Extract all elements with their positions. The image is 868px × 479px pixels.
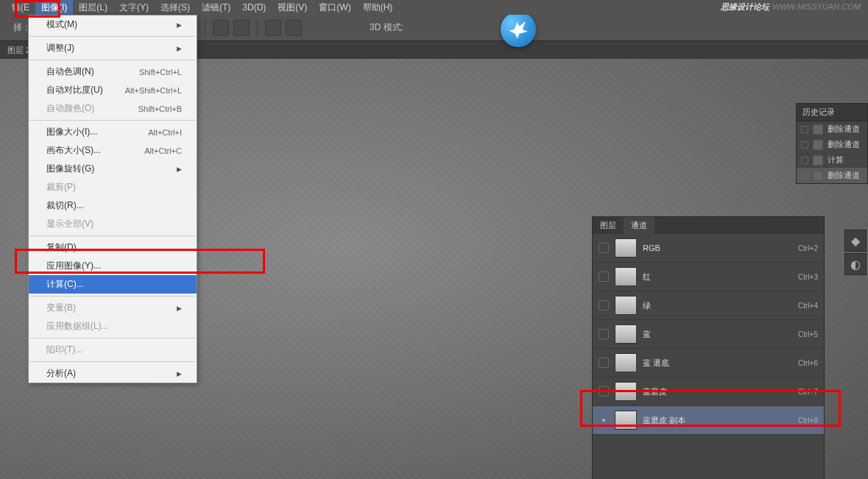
menu-item: 自动颜色(O)Shift+Ctrl+B xyxy=(29,99,197,118)
channel-row[interactable]: 蓝磨皮Ctrl+7 xyxy=(593,377,824,406)
menu-item-label: 图像大小(I)... xyxy=(46,126,97,138)
channel-row[interactable]: 绿Ctrl+4 xyxy=(593,291,824,320)
menu-item[interactable]: 画布大小(S)...Alt+Ctrl+C xyxy=(29,141,197,160)
menu-item-shortcut: Alt+Ctrl+C xyxy=(144,146,182,155)
menu-item: 陷印(T)... xyxy=(29,341,197,359)
menu-item[interactable]: 裁切(R)... xyxy=(29,196,197,215)
channel-shortcut: Ctrl+7 xyxy=(798,388,818,396)
menu-separator xyxy=(29,361,196,362)
menu-item-label: 裁切(R)... xyxy=(46,199,84,212)
menu-layer[interactable]: 图层(L) xyxy=(73,0,113,15)
menu-separator xyxy=(29,120,196,121)
channel-name: RGB xyxy=(643,244,792,252)
visibility-eye-icon[interactable] xyxy=(599,415,609,425)
menu-item[interactable]: 图像旋转(G)▶ xyxy=(29,160,197,178)
channel-row[interactable]: RGBCtrl+2 xyxy=(593,234,824,263)
menu-item-shortcut: Shift+Ctrl+B xyxy=(138,104,182,113)
visibility-eye-icon[interactable] xyxy=(599,243,609,253)
channel-shortcut: Ctrl+3 xyxy=(798,273,818,281)
menu-filter[interactable]: 滤镜(T) xyxy=(196,0,236,15)
distribute-v-icon[interactable] xyxy=(233,20,250,36)
menu-item-label: 应用图像(Y)... xyxy=(46,260,101,272)
menu-item-label: 裁剪(P) xyxy=(46,181,76,194)
channel-row[interactable]: 蓝 退底Ctrl+6 xyxy=(593,349,824,377)
menu-item[interactable]: 计算(C)... xyxy=(29,275,197,294)
channel-row[interactable]: 红Ctrl+3 xyxy=(593,263,824,291)
menu-separator xyxy=(29,36,196,37)
visibility-eye-icon[interactable] xyxy=(599,272,609,282)
channel-shortcut: Ctrl+4 xyxy=(798,302,818,310)
history-row-label: 计算 xyxy=(828,155,844,166)
channel-name: 红 xyxy=(643,272,792,283)
menu-item-label: 画布大小(S)... xyxy=(46,144,101,157)
history-row-label: 删除通道 xyxy=(828,170,860,181)
opt-btn-b-icon[interactable] xyxy=(286,20,302,36)
menu-item: 应用数据组(L)... xyxy=(29,317,197,336)
channel-thumbnail xyxy=(615,353,637,372)
distribute-h-icon[interactable] xyxy=(213,20,229,36)
menu-item[interactable]: 调整(J)▶ xyxy=(29,39,197,57)
history-row[interactable]: 计算 xyxy=(797,152,867,168)
history-row[interactable]: 删除通道 xyxy=(797,137,867,152)
menu-item[interactable]: 自动对比度(U)Alt+Shift+Ctrl+L xyxy=(29,81,197,99)
visibility-eye-icon[interactable] xyxy=(599,386,609,397)
tab-layers[interactable]: 图层 xyxy=(593,217,624,234)
menu-help[interactable]: 帮助(H) xyxy=(357,0,399,15)
menu-item-label: 模式(M) xyxy=(46,18,77,31)
menu-3d[interactable]: 3D(D) xyxy=(236,1,272,14)
history-row-label: 删除通道 xyxy=(828,139,860,150)
channel-thumbnail xyxy=(615,411,637,430)
channel-thumbnail xyxy=(615,382,637,401)
visibility-eye-icon[interactable] xyxy=(599,358,609,368)
channel-row[interactable]: 蓝磨皮 副本Ctrl+8 xyxy=(593,406,824,435)
menu-item: 裁剪(P) xyxy=(29,178,197,196)
channel-name: 蓝磨皮 副本 xyxy=(643,415,792,426)
separator xyxy=(205,21,205,35)
submenu-arrow-icon: ▶ xyxy=(177,21,182,29)
channels-panel: 图层 通道 RGBCtrl+2红Ctrl+3绿Ctrl+4蓝Ctrl+5蓝 退底… xyxy=(592,216,825,479)
menu-item: 变量(B)▶ xyxy=(29,299,197,317)
channel-row[interactable]: 蓝Ctrl+5 xyxy=(593,320,824,349)
visibility-eye-icon[interactable] xyxy=(599,329,609,339)
menu-view[interactable]: 视图(V) xyxy=(272,0,313,15)
channel-thumbnail xyxy=(615,267,637,286)
history-step-icon xyxy=(813,140,823,150)
history-step-icon xyxy=(813,171,823,181)
menu-item[interactable]: 应用图像(Y)... xyxy=(29,257,197,275)
menu-item-label: 自动颜色(O) xyxy=(46,102,94,115)
menu-item-label: 自动色调(N) xyxy=(46,65,94,78)
history-step-icon xyxy=(813,124,823,135)
menu-item-label: 显示全部(V) xyxy=(46,218,93,230)
adjust-icon[interactable]: ◐ xyxy=(844,253,867,275)
history-row[interactable]: 删除通道 xyxy=(797,168,867,183)
menu-item-label: 陷印(T)... xyxy=(46,344,82,356)
menu-type[interactable]: 文字(Y) xyxy=(113,0,155,15)
menu-image[interactable]: 图像(I) xyxy=(35,0,73,15)
menu-item[interactable]: 模式(M)▶ xyxy=(29,15,197,34)
menu-select[interactable]: 选择(S) xyxy=(155,0,196,15)
tab-channels[interactable]: 通道 xyxy=(624,217,654,234)
history-title: 历史记录 xyxy=(797,104,867,121)
layers-icon[interactable]: ◆ xyxy=(844,230,867,252)
menu-window[interactable]: 窗口(W) xyxy=(313,0,356,15)
menu-item: 显示全部(V) xyxy=(29,215,197,233)
history-check-icon xyxy=(801,157,808,164)
visibility-eye-icon[interactable] xyxy=(599,300,609,311)
channel-shortcut: Ctrl+5 xyxy=(798,330,818,338)
menu-item[interactable]: 图像大小(I)...Alt+Ctrl+I xyxy=(29,123,197,141)
menu-item[interactable]: 自动色调(N)Shift+Ctrl+L xyxy=(29,63,197,81)
menu-item-shortcut: Alt+Ctrl+I xyxy=(148,128,182,137)
opt-btn-a-icon[interactable] xyxy=(265,20,281,36)
menu-item-label: 自动对比度(U) xyxy=(46,84,103,96)
menubar: 辑(E 图像(I) 图层(L) 文字(Y) 选择(S) 滤镜(T) 3D(D) … xyxy=(0,0,868,15)
channel-thumbnail xyxy=(615,296,637,315)
history-row[interactable]: 删除通道 xyxy=(797,121,867,137)
submenu-arrow-icon: ▶ xyxy=(177,305,182,312)
watermark: 思缘设计论坛WWW.MISSYUAN.COM xyxy=(721,1,861,13)
menu-item-label: 复制(D)... xyxy=(46,241,84,254)
menu-item-label: 调整(J) xyxy=(46,42,74,54)
channel-shortcut: Ctrl+6 xyxy=(798,359,818,367)
menu-edit[interactable]: 辑(E xyxy=(6,0,35,15)
menu-item[interactable]: 分析(A)▶ xyxy=(29,364,197,383)
menu-item[interactable]: 复制(D)... xyxy=(29,238,197,257)
